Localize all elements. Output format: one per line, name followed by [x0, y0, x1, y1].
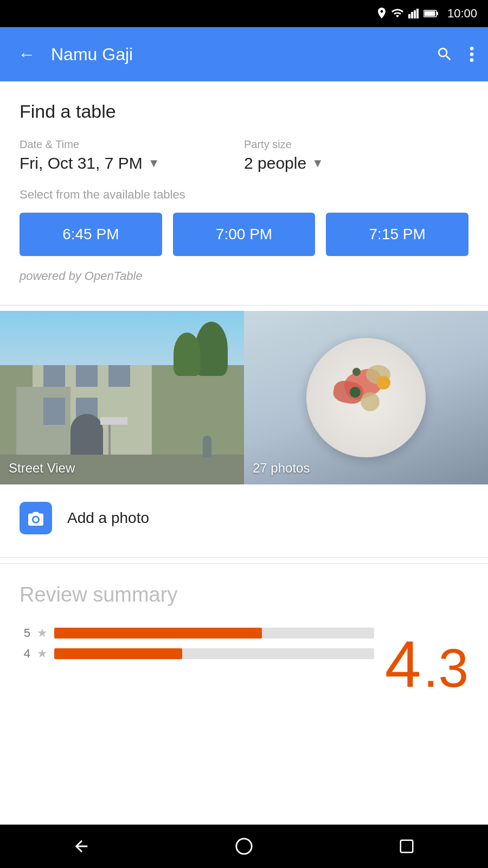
window4 — [43, 398, 65, 425]
svg-rect-5 — [436, 12, 438, 15]
wifi-icon — [391, 9, 404, 18]
bottom-spacer — [0, 713, 488, 756]
svg-rect-6 — [424, 11, 435, 16]
svg-rect-11 — [401, 840, 413, 853]
selectors-row: Date & Time Fri, Oct 31, 7 PM ▼ Party si… — [20, 138, 468, 173]
party-size-selector[interactable]: Party size 2 people ▼ — [244, 138, 468, 173]
photos-count-label: 27 photos — [253, 461, 310, 476]
bar-track-4 — [54, 648, 374, 659]
search-icon[interactable] — [436, 46, 453, 63]
status-bar: 10:00 — [0, 0, 488, 27]
sign-pole — [108, 422, 111, 455]
nav-recent-button[interactable] — [385, 825, 428, 868]
main-content: Find a table Date & Time Fri, Oct 31, 7 … — [0, 81, 488, 756]
person — [203, 436, 211, 457]
find-table-section: Find a table Date & Time Fri, Oct 31, 7 … — [0, 81, 488, 299]
nav-back-button[interactable] — [60, 825, 103, 868]
star-icon-4: ★ — [37, 647, 48, 661]
signal-icon — [408, 9, 419, 18]
review-title: Review summary — [20, 583, 468, 607]
add-photo-row[interactable]: Add a photo — [0, 484, 488, 552]
date-label: Date & Time — [20, 138, 244, 151]
location-icon — [377, 8, 387, 20]
nav-home-button[interactable] — [222, 825, 266, 868]
entrance — [70, 414, 103, 457]
date-chevron-icon: ▼ — [148, 156, 160, 170]
party-label: Party size — [244, 138, 468, 151]
add-photo-text: Add a photo — [67, 509, 149, 527]
street-view-label: Street View — [9, 461, 75, 476]
food-garnish1 — [377, 376, 390, 390]
food-garnish2 — [350, 387, 361, 398]
back-button[interactable]: ← — [13, 44, 40, 65]
svg-rect-2 — [414, 10, 416, 18]
date-time-selector[interactable]: Date & Time Fri, Oct 31, 7 PM ▼ — [20, 138, 244, 173]
bar-track-5 — [54, 628, 374, 639]
svg-point-8 — [470, 53, 474, 56]
rating-row-5: 5 ★ — [20, 626, 374, 640]
time-buttons: 6:45 PM 7:00 PM 7:15 PM — [20, 213, 468, 256]
rating-bars: 5 ★ 4 ★ — [20, 626, 374, 667]
section-divider-1 — [0, 305, 488, 305]
star-icon-5: ★ — [37, 626, 48, 640]
big-rating: 4 .3 — [385, 626, 468, 697]
app-bar-actions — [436, 46, 475, 63]
party-chevron-icon: ▼ — [312, 156, 324, 170]
available-label: Select from the available tables — [20, 188, 468, 202]
camera-icon — [27, 510, 45, 526]
street-view-item[interactable]: Street View — [0, 311, 244, 484]
svg-point-10 — [236, 839, 252, 854]
tree2 — [174, 333, 201, 376]
bar-fill-5 — [54, 628, 262, 639]
plate — [306, 338, 426, 457]
street-view-image — [0, 311, 244, 484]
time-slot-715pm[interactable]: 7:15 PM — [326, 213, 468, 256]
review-section: Review summary 5 ★ 4 ★ — [0, 563, 488, 713]
rating-num-5: 5 — [20, 626, 30, 640]
photos-section: Street View 27 photos — [0, 311, 488, 484]
party-value: 2 people — [244, 154, 306, 173]
rating-whole: 4 — [385, 631, 421, 697]
bottom-nav — [0, 825, 488, 868]
app-bar: ← Namu Gaji — [0, 27, 488, 81]
battery-icon — [423, 9, 439, 18]
svg-point-7 — [470, 47, 474, 50]
rating-container: 5 ★ 4 ★ 4 .3 — [20, 626, 468, 697]
status-time: 10:00 — [447, 7, 477, 21]
svg-rect-0 — [408, 14, 410, 18]
svg-rect-3 — [416, 9, 419, 18]
page-title: Namu Gaji — [51, 44, 425, 65]
svg-point-9 — [470, 58, 474, 62]
status-icons — [377, 8, 439, 20]
time-slot-645pm[interactable]: 6:45 PM — [20, 213, 162, 256]
party-value-row[interactable]: 2 people ▼ — [244, 154, 468, 173]
opentable-credit: powered by OpenTable — [20, 269, 468, 283]
date-value: Fri, Oct 31, 7 PM — [20, 154, 143, 173]
bar-fill-4 — [54, 648, 182, 659]
more-icon[interactable] — [468, 46, 475, 63]
svg-rect-1 — [411, 12, 413, 18]
rating-num-4: 4 — [20, 647, 30, 661]
find-table-title: Find a table — [20, 101, 468, 122]
time-slot-700pm[interactable]: 7:00 PM — [173, 213, 316, 256]
section-divider-2 — [0, 557, 488, 558]
rating-decimal: .3 — [423, 641, 468, 695]
rating-row-4: 4 ★ — [20, 647, 374, 661]
food-image — [244, 311, 488, 484]
sign — [100, 417, 127, 425]
food-photo-item[interactable]: 27 photos — [244, 311, 488, 484]
food-garnish3 — [352, 368, 361, 376]
camera-icon-bg — [20, 502, 52, 534]
date-value-row[interactable]: Fri, Oct 31, 7 PM ▼ — [20, 154, 244, 173]
food-item4 — [361, 392, 380, 411]
